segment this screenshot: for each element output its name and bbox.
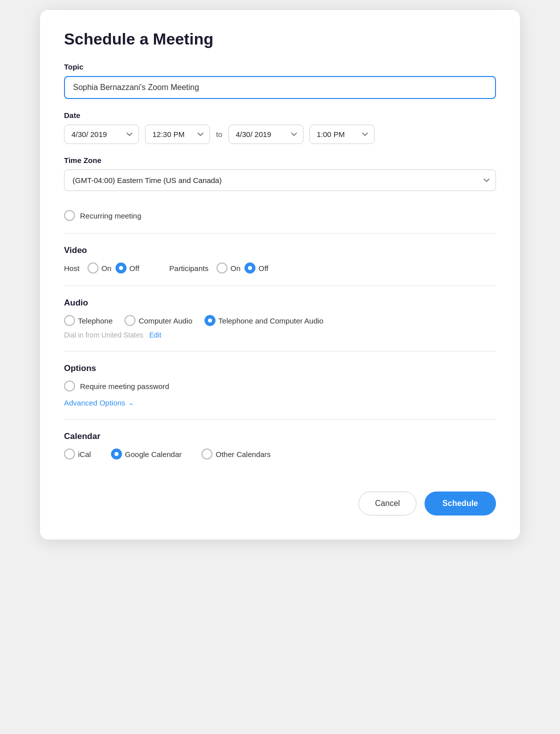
- calendar-options-row: iCal Google Calendar Other Calendars: [64, 448, 496, 460]
- other-calendars-label: Other Calendars: [216, 450, 270, 458]
- participants-on-label: On: [230, 264, 240, 272]
- date-row: 4/30/ 2019 12:30 PM to 4/30/ 2019 1:00 P…: [64, 124, 496, 144]
- host-off-radio[interactable]: [116, 262, 126, 274]
- schedule-button[interactable]: Schedule: [424, 492, 496, 516]
- participants-group: Participants On Off: [170, 262, 268, 274]
- date-label: Date: [64, 111, 496, 120]
- participants-on-option[interactable]: On: [216, 262, 240, 274]
- telephone-option[interactable]: Telephone: [64, 315, 112, 326]
- participants-off-label: Off: [258, 264, 268, 272]
- host-on-label: On: [102, 264, 112, 272]
- recurring-radio[interactable]: [64, 210, 75, 221]
- password-option[interactable]: Require meeting password: [64, 380, 496, 392]
- audio-section: Audio Telephone Computer Audio Telephone…: [64, 298, 496, 352]
- host-on-option[interactable]: On: [88, 262, 112, 274]
- host-off-option[interactable]: Off: [116, 262, 140, 274]
- host-label: Host: [64, 264, 80, 272]
- calendar-section: Calendar iCal Google Calendar Other Cale…: [64, 432, 496, 472]
- start-time-select[interactable]: 12:30 PM: [145, 124, 210, 144]
- video-row: Host On Off Participants On Off: [64, 262, 496, 274]
- end-time-select[interactable]: 1:00 PM: [310, 124, 374, 144]
- options-label: Options: [64, 364, 496, 374]
- other-calendars-option[interactable]: Other Calendars: [202, 448, 270, 460]
- computer-audio-option[interactable]: Computer Audio: [124, 315, 192, 326]
- password-label: Require meeting password: [80, 382, 169, 390]
- footer-buttons: Cancel Schedule: [64, 492, 496, 516]
- options-section: Options Require meeting password Advance…: [64, 364, 496, 420]
- both-audio-label: Telephone and Computer Audio: [218, 316, 324, 325]
- timezone-select[interactable]: (GMT-04:00) Eastern Time (US and Canada): [64, 170, 496, 191]
- edit-link[interactable]: Edit: [149, 331, 161, 339]
- ical-radio[interactable]: [64, 448, 75, 460]
- both-audio-option[interactable]: Telephone and Computer Audio: [204, 315, 324, 326]
- audio-label: Audio: [64, 298, 496, 308]
- start-date-select[interactable]: 4/30/ 2019: [64, 124, 139, 144]
- ical-option[interactable]: iCal: [64, 448, 91, 460]
- timezone-label: Time Zone: [64, 156, 496, 164]
- end-date-select[interactable]: 4/30/ 2019: [228, 124, 304, 144]
- topic-input[interactable]: [64, 76, 496, 99]
- chevron-down-icon: ⌄: [128, 399, 134, 406]
- audio-options-row: Telephone Computer Audio Telephone and C…: [64, 315, 496, 326]
- ical-label: iCal: [78, 450, 91, 458]
- google-calendar-option[interactable]: Google Calendar: [111, 448, 182, 460]
- computer-audio-label: Computer Audio: [138, 316, 192, 325]
- video-label: Video: [64, 246, 496, 256]
- options-row: Require meeting password Advanced Option…: [64, 380, 496, 407]
- to-label: to: [216, 130, 222, 138]
- host-off-label: Off: [130, 264, 140, 272]
- google-calendar-radio[interactable]: [111, 448, 122, 460]
- date-section: Date 4/30/ 2019 12:30 PM to 4/30/ 2019 1…: [64, 111, 496, 234]
- computer-audio-radio[interactable]: [124, 315, 136, 326]
- schedule-meeting-modal: Schedule a Meeting Topic Date 4/30/ 2019…: [40, 10, 520, 540]
- password-checkbox[interactable]: [64, 380, 75, 392]
- calendar-label: Calendar: [64, 432, 496, 442]
- video-section: Video Host On Off Participants On: [64, 246, 496, 286]
- host-on-radio[interactable]: [88, 262, 98, 274]
- advanced-options-label: Advanced Options: [64, 398, 126, 407]
- participants-on-radio[interactable]: [216, 262, 228, 274]
- google-calendar-label: Google Calendar: [125, 450, 182, 458]
- participants-label: Participants: [170, 264, 208, 272]
- topic-label: Topic: [64, 62, 496, 71]
- recurring-label: Recurring meeting: [80, 212, 142, 220]
- participants-off-option[interactable]: Off: [244, 262, 268, 274]
- both-audio-radio[interactable]: [204, 315, 216, 326]
- advanced-options-link[interactable]: Advanced Options ⌄: [64, 398, 496, 407]
- recurring-row: Recurring meeting: [64, 201, 496, 221]
- dial-in-row: Dial in from United States Edit: [64, 331, 496, 339]
- telephone-radio[interactable]: [64, 315, 75, 326]
- topic-section: Topic: [64, 62, 496, 111]
- cancel-button[interactable]: Cancel: [358, 492, 416, 516]
- host-group: Host On Off: [64, 262, 140, 274]
- other-calendars-radio[interactable]: [202, 448, 212, 460]
- participants-off-radio[interactable]: [244, 262, 256, 274]
- telephone-label: Telephone: [78, 316, 112, 325]
- timezone-section: Time Zone (GMT-04:00) Eastern Time (US a…: [64, 156, 496, 191]
- dial-in-text: Dial in from United States: [64, 331, 144, 339]
- page-title: Schedule a Meeting: [64, 30, 496, 48]
